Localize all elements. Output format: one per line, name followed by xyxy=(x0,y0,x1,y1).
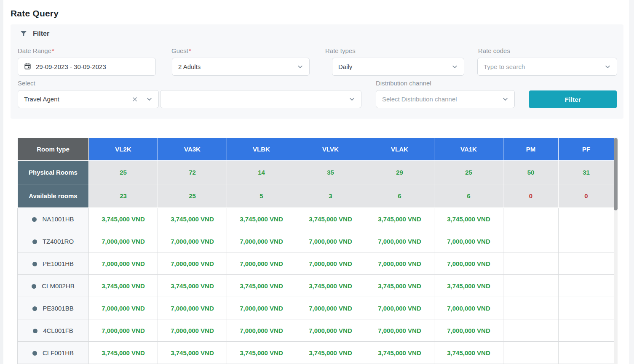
rate-price-cell: 7,000,000 VND xyxy=(227,319,296,342)
column-header-pm: PM xyxy=(503,138,559,161)
rate-price-cell xyxy=(559,297,614,319)
rate-price-cell: 3,745,000 VND xyxy=(365,275,434,297)
rate-price-cell: 7,000,000 VND xyxy=(89,297,158,319)
room-count-cell: 6 xyxy=(434,184,503,208)
distribution-channel-label: Distribution channel xyxy=(376,80,431,87)
rate-price-cell xyxy=(559,319,614,342)
distribution-channel-select[interactable] xyxy=(376,90,515,108)
clear-x-icon[interactable] xyxy=(132,96,138,102)
rate-price-cell: 7,000,000 VND xyxy=(434,319,503,342)
rate-code-na1001hb[interactable]: NA1001HB xyxy=(18,208,89,230)
filter-funnel-icon xyxy=(20,30,27,37)
chevron-down-icon xyxy=(605,64,611,70)
rate-row-dot-icon xyxy=(33,329,37,333)
rate-code-label: NA1001HB xyxy=(42,215,74,223)
table-scrollbar[interactable] xyxy=(614,138,618,364)
room-count-cell: 6 xyxy=(365,184,434,208)
rate-price-cell: 7,000,000 VND xyxy=(158,297,227,319)
table-row: CLF001HB3,745,000 VND3,745,000 VND3,745,… xyxy=(18,342,614,364)
rate-price-cell: 7,000,000 VND xyxy=(434,297,503,319)
physical-rooms-label: Physical Rooms xyxy=(18,161,89,184)
secondary-select[interactable] xyxy=(160,90,361,108)
table-row: Available rooms2325536600 xyxy=(18,184,614,208)
rate-codes-search-input[interactable] xyxy=(484,58,599,75)
rate-price-cell: 7,000,000 VND xyxy=(158,230,227,252)
rate-price-cell: 7,000,000 VND xyxy=(296,230,365,252)
agent-type-select[interactable]: Travel Agent xyxy=(18,90,159,108)
rate-code-tz4001ro[interactable]: TZ4001RO xyxy=(18,230,89,252)
rate-price-cell xyxy=(503,208,559,230)
chevron-down-icon xyxy=(452,64,458,70)
rate-price-cell xyxy=(503,297,559,319)
rate-code-label: PE1001HB xyxy=(43,260,74,267)
rate-price-cell: 7,000,000 VND xyxy=(365,252,434,275)
room-count-cell: 14 xyxy=(227,161,296,184)
rate-code-clm002hb[interactable]: CLM002HB xyxy=(18,275,89,297)
rate-table: Room typeVL2KVA3KVLBKVLVKVLAKVA1KPMPFPhy… xyxy=(17,138,614,364)
filter-panel-heading: Filter xyxy=(20,30,49,37)
rate-price-cell: 3,745,000 VND xyxy=(158,342,227,364)
rate-codes-combobox[interactable] xyxy=(477,58,617,76)
rate-code-label: CLF001HB xyxy=(43,349,74,356)
room-count-cell: 29 xyxy=(365,161,434,184)
rate-code-label: 4CL001FB xyxy=(43,327,73,334)
rate-code-4cl001fb[interactable]: 4CL001FB xyxy=(18,319,89,342)
rate-price-cell xyxy=(559,208,614,230)
rate-types-label: Rate types xyxy=(325,47,356,54)
rate-code-label: CLM002HB xyxy=(42,282,75,290)
rate-code-pe3001bb[interactable]: PE3001BB xyxy=(18,297,89,319)
rate-price-cell: 7,000,000 VND xyxy=(227,230,296,252)
chevron-down-icon xyxy=(146,96,152,102)
rate-price-cell: 3,745,000 VND xyxy=(365,208,434,230)
rate-row-dot-icon xyxy=(32,306,37,311)
rate-code-clf001hb[interactable]: CLF001HB xyxy=(18,342,89,364)
required-asterisk: * xyxy=(189,47,191,54)
rate-price-cell: 7,000,000 VND xyxy=(365,297,434,319)
table-row: CLM002HB3,745,000 VND3,745,000 VND3,745,… xyxy=(18,275,614,297)
rate-price-cell xyxy=(559,252,614,275)
guest-select[interactable]: 2 Adults xyxy=(172,58,310,76)
table-scrollbar-thumb[interactable] xyxy=(614,138,618,210)
rate-row-dot-icon xyxy=(32,351,37,356)
room-count-cell: 31 xyxy=(559,161,614,184)
rate-price-cell: 7,000,000 VND xyxy=(365,319,434,342)
chevron-down-icon xyxy=(502,96,508,102)
rate-row-dot-icon xyxy=(32,217,37,222)
room-count-cell: 0 xyxy=(503,184,559,208)
rate-price-cell: 3,745,000 VND xyxy=(365,342,434,364)
required-asterisk: * xyxy=(52,47,54,54)
rate-types-value: Daily xyxy=(338,63,352,70)
table-row: 4CL001FB7,000,000 VND7,000,000 VND7,000,… xyxy=(18,319,614,342)
rate-price-cell: 7,000,000 VND xyxy=(89,230,158,252)
rate-price-cell: 3,745,000 VND xyxy=(434,208,503,230)
rate-price-cell xyxy=(559,230,614,252)
filter-button[interactable]: Filter xyxy=(529,90,617,108)
filter-heading-label: Filter xyxy=(33,30,49,37)
room-count-cell: 72 xyxy=(158,161,227,184)
page-left-edge xyxy=(0,0,3,364)
available-rooms-label: Available rooms xyxy=(18,184,89,208)
distribution-channel-input[interactable] xyxy=(382,90,497,108)
guest-value: 2 Adults xyxy=(178,63,201,70)
rate-code-pe1001hb[interactable]: PE1001HB xyxy=(18,252,89,275)
rate-price-cell xyxy=(503,252,559,275)
table-row: PE1001HB7,000,000 VND7,000,000 VND7,000,… xyxy=(18,252,614,275)
table-header-row: Room typeVL2KVA3KVLBKVLVKVLAKVA1KPMPF xyxy=(18,138,614,161)
date-range-field[interactable]: 29-09-2023 - 30-09-2023 xyxy=(18,58,156,76)
rate-codes-label: Rate codes xyxy=(478,47,510,54)
chevron-down-icon xyxy=(349,96,355,102)
select-label: Select xyxy=(18,80,35,87)
date-range-value: 29-09-2023 - 30-09-2023 xyxy=(36,63,106,70)
room-count-cell: 25 xyxy=(89,161,158,184)
rate-types-select[interactable]: Daily xyxy=(332,58,464,76)
rate-price-cell: 7,000,000 VND xyxy=(158,252,227,275)
column-header-vlvk: VLVK xyxy=(296,138,365,161)
rate-price-cell: 7,000,000 VND xyxy=(296,319,365,342)
page-title: Rate Query xyxy=(11,8,59,19)
rate-price-cell: 3,745,000 VND xyxy=(89,208,158,230)
rate-price-cell: 7,000,000 VND xyxy=(89,252,158,275)
room-count-cell: 5 xyxy=(227,184,296,208)
rate-row-dot-icon xyxy=(32,262,37,266)
table-row: TZ4001RO7,000,000 VND7,000,000 VND7,000,… xyxy=(18,230,614,252)
filter-panel: Filter Date Range* 29-09-2023 - 30-09-20… xyxy=(11,24,623,119)
